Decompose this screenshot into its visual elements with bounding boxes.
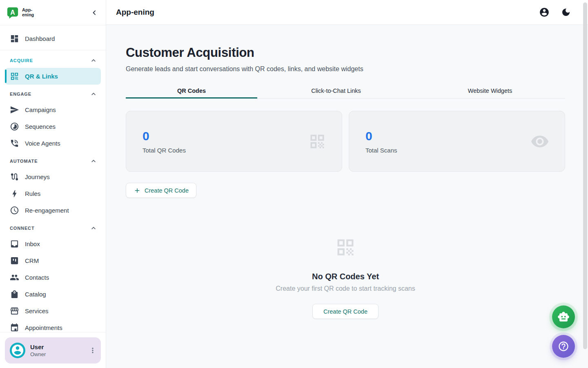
stat-card-total-scans[interactable]: 0 Total Scans xyxy=(349,111,565,172)
sidebar-item-label: CRM xyxy=(25,257,39,264)
user-menu-button[interactable] xyxy=(89,346,97,355)
sidebar-item-dashboard[interactable]: Dashboard xyxy=(5,30,101,47)
sidebar-item-sequences[interactable]: Sequences xyxy=(5,118,101,135)
app-title: App-ening xyxy=(116,8,154,17)
tab-click-to-chat-links[interactable]: Click-to-Chat Links xyxy=(257,83,415,98)
sidebar-item-label: Appointments xyxy=(25,324,62,331)
route-icon xyxy=(10,172,19,182)
sidebar-item-appointments[interactable]: Appointments xyxy=(5,319,101,332)
sidebar-item-label: Contacts xyxy=(25,274,49,281)
tab-bar: QR Codes Click-to-Chat Links Website Wid… xyxy=(126,83,565,99)
more-vert-icon xyxy=(89,346,97,355)
user-card[interactable]: User Owner xyxy=(5,337,101,364)
sidebar-item-contacts[interactable]: Contacts xyxy=(5,269,101,286)
tab-website-widgets[interactable]: Website Widgets xyxy=(415,83,565,98)
empty-state-title: No QR Codes Yet xyxy=(312,272,379,281)
empty-state-create-qr-code-button[interactable]: Create QR Code xyxy=(312,304,379,319)
stat-cards: 0 Total QR Codes 0 Total Scans xyxy=(126,111,565,172)
chevron-up-icon xyxy=(89,56,98,65)
help-fab-button[interactable] xyxy=(552,335,575,358)
logo-text: App- ening xyxy=(22,8,34,17)
main-area: App-ening Customer Acquisition Generate … xyxy=(106,0,588,368)
sidebar-item-crm[interactable]: CRM xyxy=(5,252,101,269)
app-window: A App- ening Dashboard ACQUIRE xyxy=(0,0,588,368)
help-icon xyxy=(558,341,569,352)
sidebar-item-re-engagement[interactable]: Re-engagement xyxy=(5,202,101,219)
qr-code-icon xyxy=(308,132,326,150)
section-label: ACQUIRE xyxy=(10,58,33,63)
chevron-up-icon xyxy=(89,224,98,232)
bolt-icon xyxy=(10,189,19,198)
tab-label: Website Widgets xyxy=(468,88,512,94)
page-subtitle: Generate leads and start conversations w… xyxy=(126,65,565,73)
calendar-icon xyxy=(10,323,19,332)
dark-mode-moon-icon[interactable] xyxy=(561,7,571,17)
sidebar-section-engage[interactable]: ENGAGE xyxy=(5,87,101,101)
account-icon xyxy=(11,343,24,357)
sidebar-item-label: Rules xyxy=(25,190,40,197)
sidebar-nav: Dashboard ACQUIRE QR & Links ENGAGE xyxy=(0,25,106,332)
people-icon xyxy=(10,273,19,282)
qr-code-icon xyxy=(10,72,19,81)
logo-icon: A xyxy=(7,7,19,19)
inbox-icon xyxy=(10,239,19,249)
sidebar-collapse-button[interactable] xyxy=(89,8,99,18)
sidebar-item-label: Re-engagement xyxy=(25,207,69,214)
sidebar-item-label: Voice Agents xyxy=(25,140,60,147)
sidebar-item-voice-agents[interactable]: Voice Agents xyxy=(5,135,101,152)
robot-icon xyxy=(557,311,570,323)
sidebar-item-journeys[interactable]: Journeys xyxy=(5,168,101,185)
tab-label: Click-to-Chat Links xyxy=(311,88,361,94)
user-meta: User Owner xyxy=(30,343,84,357)
chatbot-fab-button[interactable] xyxy=(552,305,575,328)
create-row: Create QR Code xyxy=(126,183,565,198)
create-qr-code-button[interactable]: Create QR Code xyxy=(126,183,196,198)
section-label: CONNECT xyxy=(10,226,35,231)
sidebar-section-acquire[interactable]: ACQUIRE xyxy=(5,53,101,68)
stat-value: 0 xyxy=(365,129,548,143)
sidebar-item-catalog[interactable]: Catalog xyxy=(5,286,101,303)
sidebar: A App- ening Dashboard ACQUIRE xyxy=(0,0,106,368)
qr-code-icon xyxy=(335,237,356,260)
user-role: Owner xyxy=(30,351,84,357)
sidebar-section-connect[interactable]: CONNECT xyxy=(5,221,101,236)
chevron-up-icon xyxy=(89,90,98,98)
account-circle-icon[interactable] xyxy=(539,7,550,18)
sidebar-item-label: Sequences xyxy=(25,123,56,130)
avatar xyxy=(10,343,25,358)
logo-line1: App- xyxy=(22,8,34,13)
sidebar-item-label: Catalog xyxy=(25,291,46,298)
sidebar-item-rules[interactable]: Rules xyxy=(5,185,101,202)
sidebar-section-automate[interactable]: AUTOMATE xyxy=(5,154,101,168)
sidebar-item-label: Services xyxy=(25,307,49,314)
sidebar-item-qr-links[interactable]: QR & Links xyxy=(5,68,101,85)
empty-state-subtitle: Create your first QR code to start track… xyxy=(276,285,415,292)
storefront-icon xyxy=(10,306,19,316)
section-label: AUTOMATE xyxy=(10,159,38,164)
plus-icon xyxy=(134,187,141,194)
tab-label: QR Codes xyxy=(177,88,206,94)
page-content: Customer Acquisition Generate leads and … xyxy=(106,25,588,319)
timelapse-icon xyxy=(10,122,19,131)
stat-card-total-qr-codes[interactable]: 0 Total QR Codes xyxy=(126,111,342,172)
sidebar-item-inbox[interactable]: Inbox xyxy=(5,236,101,252)
sidebar-item-campaigns[interactable]: Campaigns xyxy=(5,101,101,118)
sidebar-footer: User Owner xyxy=(0,332,106,368)
sidebar-item-label: Inbox xyxy=(25,240,40,247)
page-title: Customer Acquisition xyxy=(126,45,565,60)
app-logo[interactable]: A App- ening xyxy=(7,7,34,19)
kanban-icon xyxy=(10,256,19,265)
tab-qr-codes[interactable]: QR Codes xyxy=(126,83,257,98)
sidebar-item-label: Dashboard xyxy=(25,35,55,42)
button-label: Create QR Code xyxy=(145,187,189,194)
button-label: Create QR Code xyxy=(323,308,368,315)
clock-icon xyxy=(10,206,19,215)
empty-state: No QR Codes Yet Create your first QR cod… xyxy=(126,237,565,319)
phone-in-talk-icon xyxy=(10,139,19,148)
dashboard-icon xyxy=(10,34,19,43)
chevron-up-icon xyxy=(89,157,98,165)
sidebar-item-label: QR & Links xyxy=(25,73,58,80)
sidebar-item-services[interactable]: Services xyxy=(5,303,101,319)
scrollbar-thumb[interactable] xyxy=(583,2,587,349)
chevron-left-icon xyxy=(90,9,98,17)
